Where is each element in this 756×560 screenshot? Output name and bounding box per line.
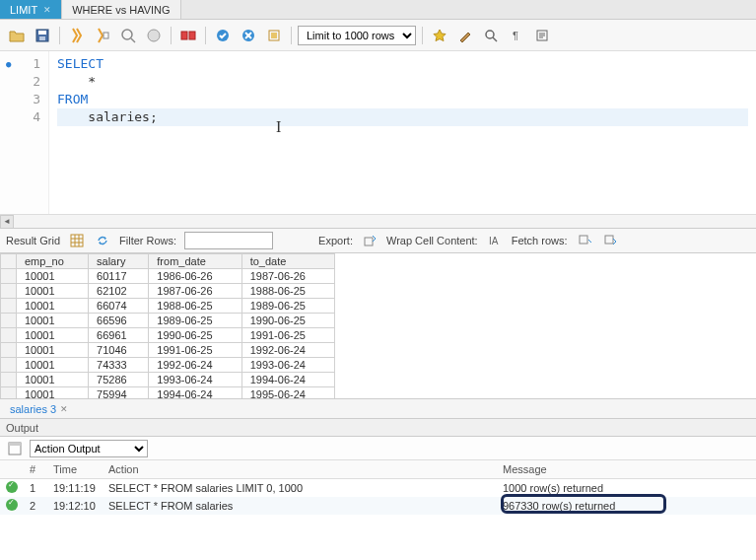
result-grid[interactable]: emp_no salary from_date to_date 10001601… [0, 253, 756, 399]
svg-line-5 [131, 38, 135, 42]
grid-view-icon[interactable] [68, 232, 86, 249]
wrap-cell-icon[interactable]: IA [486, 232, 504, 249]
svg-rect-3 [103, 33, 108, 38]
output-header: Output [0, 419, 756, 437]
close-icon[interactable]: ✕ [60, 404, 68, 414]
table-row[interactable]: 10001621021987-06-261988-06-25 [1, 284, 335, 299]
close-icon[interactable]: ✕ [43, 5, 51, 15]
output-type-select[interactable]: Action Output [30, 440, 148, 457]
table-row[interactable]: 10001743331992-06-241993-06-24 [1, 358, 335, 373]
explain-icon[interactable] [117, 25, 139, 46]
svg-text:IA: IA [489, 236, 499, 246]
scroll-left-icon[interactable]: ◄ [0, 215, 14, 229]
filter-rows-input[interactable] [184, 232, 273, 249]
export-icon[interactable] [361, 232, 378, 249]
editor-hscroll[interactable]: ◄ [0, 214, 756, 228]
execute-icon[interactable] [66, 25, 88, 46]
open-file-icon[interactable] [6, 25, 28, 46]
fetch-rows-label: Fetch rows: [512, 235, 568, 246]
svg-point-6 [148, 30, 160, 41]
output-toolbar: Action Output [0, 437, 756, 460]
sql-editor[interactable]: 1 2 3 4 SELECT * FROM salaries; I [0, 51, 756, 214]
tab-limit[interactable]: LIMIT ✕ [0, 0, 62, 19]
commit-icon[interactable] [177, 25, 199, 46]
result-tabs: salaries 3 ✕ [0, 399, 756, 419]
action-row[interactable]: 2 19:12:10 SELECT * FROM salaries 967330… [0, 497, 756, 515]
svg-rect-7 [181, 32, 187, 39]
save-icon[interactable] [32, 25, 53, 46]
svg-point-4 [122, 30, 132, 39]
status-ok-icon [6, 499, 18, 511]
svg-rect-12 [271, 33, 277, 38]
line-gutter: 1 2 3 4 [0, 51, 49, 214]
col-emp-no[interactable]: emp_no [17, 254, 89, 269]
fetch-all-icon[interactable] [601, 232, 619, 249]
svg-rect-24 [580, 236, 587, 244]
col-action: Action [103, 460, 497, 478]
table-row[interactable]: 10001752861993-06-241994-06-24 [1, 373, 335, 387]
table-row[interactable]: 10001759941994-06-241995-06-24 [1, 387, 335, 400]
status-ok-icon [6, 481, 18, 493]
limit-rows-select[interactable]: Limit to 1000 rows [298, 26, 416, 45]
col-message: Message [497, 460, 756, 478]
col-num: # [24, 460, 47, 478]
svg-point-13 [486, 31, 494, 38]
row-header [1, 254, 17, 269]
col-from-date[interactable]: from_date [149, 254, 241, 269]
filter-rows-label: Filter Rows: [119, 235, 176, 246]
refresh-icon[interactable] [94, 232, 111, 249]
action-row[interactable]: 1 19:11:19 SELECT * FROM salaries LIMIT … [0, 478, 756, 497]
table-row[interactable]: 10001660741988-06-251989-06-25 [1, 299, 335, 314]
svg-rect-25 [605, 236, 613, 244]
export-label: Export: [318, 235, 353, 246]
svg-rect-27 [9, 443, 21, 446]
layout-icon[interactable] [6, 440, 24, 457]
tab-label: WHERE vs HAVING [72, 4, 170, 16]
toggle-autocommit-icon[interactable] [263, 25, 285, 46]
output-panel: # Time Action Message 1 19:11:19 SELECT … [0, 460, 756, 560]
stop-icon[interactable] [143, 25, 165, 46]
check-icon[interactable] [212, 25, 234, 46]
wrap-cell-label: Wrap Cell Content: [386, 235, 478, 246]
col-time: Time [47, 460, 103, 478]
svg-text:¶: ¶ [513, 30, 518, 41]
result-tab-salaries[interactable]: salaries 3 ✕ [4, 401, 74, 417]
beautify-icon[interactable] [454, 25, 476, 46]
code-area[interactable]: SELECT * FROM salaries; I [49, 51, 756, 214]
svg-rect-22 [365, 238, 373, 245]
toggle-invisible-icon[interactable]: ¶ [506, 25, 527, 46]
svg-rect-1 [38, 31, 46, 35]
table-row[interactable]: 10001669611990-06-251991-06-25 [1, 328, 335, 343]
svg-line-14 [493, 37, 497, 41]
svg-rect-8 [189, 32, 195, 39]
wrap-icon[interactable] [531, 25, 553, 46]
col-to-date[interactable]: to_date [241, 254, 334, 269]
tab-label: LIMIT [10, 4, 37, 16]
svg-rect-17 [71, 235, 83, 246]
table-row[interactable]: 10001601171986-06-261987-06-26 [1, 269, 335, 284]
favorite-icon[interactable] [429, 25, 450, 46]
cancel-icon[interactable] [238, 25, 259, 46]
col-salary[interactable]: salary [89, 254, 149, 269]
table-row[interactable]: 10001665961989-06-251990-06-25 [1, 314, 335, 328]
tab-where-vs-having[interactable]: WHERE vs HAVING [62, 0, 180, 19]
file-tabs: LIMIT ✕ WHERE vs HAVING [0, 0, 756, 20]
search-icon[interactable] [480, 25, 502, 46]
sql-toolbar: Limit to 1000 rows ¶ [0, 20, 756, 51]
fetch-next-icon[interactable] [576, 232, 593, 249]
table-row[interactable]: 10001710461991-06-251992-06-24 [1, 343, 335, 358]
svg-rect-2 [39, 36, 45, 40]
result-grid-label: Result Grid [6, 235, 60, 246]
result-toolbar: Result Grid Filter Rows: Export: Wrap Ce… [0, 228, 756, 253]
execute-current-icon[interactable] [92, 25, 113, 46]
